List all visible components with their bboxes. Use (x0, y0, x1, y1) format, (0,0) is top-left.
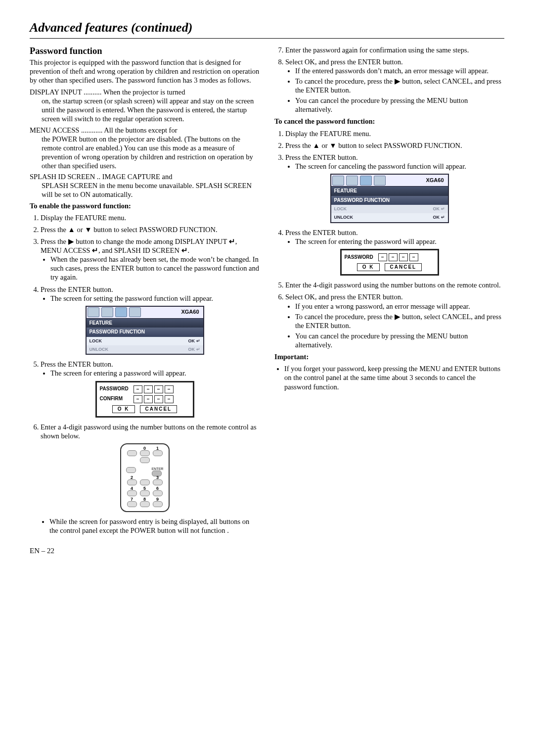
enter-icon (196, 338, 200, 343)
def-display-input-body: on, the startup screen (or splash screen… (30, 96, 260, 123)
enable-step-6-bullet: While the screen for password entry is b… (49, 517, 260, 535)
remote-btn-5: 5 (140, 490, 150, 496)
num-label: 7 (131, 497, 133, 502)
pw-ok-button: O K (357, 263, 380, 272)
arrow-up-icon (313, 142, 320, 149)
osd-tab-icon (332, 176, 344, 186)
osd-unlock-figure: XGA60 FEATURE PASSWORD FUNCTION LOCK OK … (274, 174, 504, 223)
password-confirm-figure: PASSWORD – – – – CONFIRM – – – – (30, 381, 260, 418)
spacer (139, 467, 149, 476)
osd-pwfunc-header: PASSWORD FUNCTION (87, 328, 203, 337)
cancel-step-6-b3: You can cancel the procedure by pressing… (295, 331, 504, 349)
num-label: 2 (131, 475, 133, 480)
remote-btn (127, 450, 137, 456)
enter-icon (229, 237, 235, 245)
cancel-step-6-b2: To cancel the procedure, press the butto… (295, 312, 504, 330)
pw-digit: – (154, 385, 163, 393)
pw-confirm-label: CONFIRM (100, 396, 131, 402)
pw-digit: – (134, 385, 142, 393)
enable-step-5-bullet: The screen for entering a password will … (50, 369, 260, 378)
arrow-right-icon (68, 237, 74, 245)
osd-tab-icon (346, 176, 358, 186)
remote-btn-0: 0 (140, 450, 150, 456)
def-splash-id-term: SPLASH ID SCREEN (30, 173, 95, 181)
txt: To cancel the procedure, press the (295, 77, 395, 85)
def-display-input-term: DISPLAY INPUT (30, 88, 82, 96)
remote-btn-9: 9 (153, 501, 163, 507)
password-function-heading: Password function (30, 46, 260, 57)
left-column: Password function This projector is equi… (30, 46, 260, 537)
osd-lock-row: LOCK OK (331, 205, 448, 213)
enable-step-3-bullet: When the password has already been set, … (50, 255, 260, 282)
pw-cancel-button: CANCEL (385, 263, 422, 272)
remote-btn-4: 4 (127, 490, 137, 496)
osd-ok-label: OK (433, 215, 445, 220)
enable-step-7: Enter the password again for confirmatio… (285, 46, 504, 54)
osd-tab-icon (88, 307, 99, 317)
osd-unlock-row: UNLOCK OK (87, 345, 203, 354)
cancel-step-3: Press the ENTER button. The screen for c… (285, 153, 504, 171)
osd-ok-label: OK (188, 338, 200, 344)
def-menu-access-lead: All the buttons except for (104, 126, 177, 134)
def-splash-id: SPLASH ID SCREEN .. IMAGE CAPTURE and SP… (30, 172, 260, 199)
txt: button to change the mode among DISPLAY … (74, 237, 229, 245)
txt: or (75, 226, 85, 234)
enable-step-1: Display the FEATURE menu. (41, 213, 260, 222)
txt: Press the ENTER button. (41, 360, 113, 368)
enable-step-6: Enter a 4-digit password using the numbe… (41, 423, 260, 440)
pw-digit: – (409, 253, 418, 261)
txt: Press the ENTER button. (285, 229, 358, 236)
cancel-step-3-bullet: The screen for canceling the password fu… (295, 162, 504, 171)
pw-digit: – (165, 385, 174, 393)
cancel-step-2: Press the or button to select PASSWORD F… (285, 141, 504, 150)
num-label: 6 (156, 486, 159, 491)
osd-lock-label: LOCK (89, 338, 102, 344)
osd-feature-header: FEATURE (87, 319, 203, 328)
enable-step-5: Press the ENTER button. The screen for e… (41, 360, 260, 378)
enable-step-4: Press the ENTER button. The screen for s… (41, 285, 260, 303)
def-display-input: DISPLAY INPUT .......... When the projec… (30, 88, 260, 124)
pw-digit: – (399, 253, 408, 261)
osd-resolution-label: XGA60 (426, 177, 447, 184)
right-column: Enter the password again for confirmatio… (274, 46, 504, 537)
txt: Select OK, and press the ENTER button. (285, 58, 403, 66)
cancel-step-6: Select OK, and press the ENTER button. I… (285, 292, 504, 349)
txt: button to select PASSWORD FUNCTION. (92, 226, 218, 234)
cancel-step-5: Enter the 4-digit password using the num… (285, 281, 504, 289)
def-splash-id-lead: IMAGE CAPTURE and (102, 173, 173, 181)
num-label: 4 (131, 486, 133, 491)
txt: Press the ENTER button. (41, 285, 113, 293)
enable-step-3: Press the button to change the mode amon… (41, 237, 260, 282)
arrow-down-icon (85, 226, 91, 234)
osd-lock-figure: XGA60 FEATURE PASSWORD FUNCTION LOCK OK … (30, 306, 260, 355)
cancel-step-1: Display the FEATURE menu. (285, 129, 504, 138)
dots: .. (95, 173, 102, 181)
num-label: 5 (143, 486, 146, 491)
remote-btn-2: 2 (127, 479, 137, 485)
remote-btn-1: 1 (153, 450, 163, 456)
pw-digit: – (144, 385, 153, 393)
osd-ok-label: OK (188, 347, 200, 352)
txt: . (188, 246, 190, 254)
pw-password-label: PASSWORD (100, 386, 131, 392)
txt: or (320, 142, 329, 149)
num-label: 3 (156, 475, 159, 480)
enable-heading: To enable the password function: (30, 201, 260, 210)
osd-pwfunc-header: PASSWORD FUNCTION (331, 196, 448, 205)
pw-password-label: PASSWORD (345, 254, 375, 261)
def-splash-id-body: SPLASH SCREEN in the menu become unavail… (30, 181, 260, 199)
arrow-right-icon (395, 77, 400, 85)
num-label: 1 (156, 446, 159, 451)
cancel-heading: To cancel the password function: (274, 117, 504, 126)
txt: Select OK, and press the ENTER button. (285, 293, 403, 301)
pw-digit: – (389, 253, 398, 261)
pw-digit: – (165, 395, 174, 403)
pw-digit: – (144, 395, 153, 403)
password-entry-figure: PASSWORD – – – – O K CANCEL (274, 249, 504, 276)
osd-tab-icon (101, 307, 113, 317)
enable-step-8-b3: You can cancel the procedure by pressing… (295, 96, 504, 114)
dots: ............ (79, 126, 104, 134)
enter-icon (441, 215, 445, 220)
remote-btn-8: 8 (140, 501, 150, 507)
page-number: EN – 22 (30, 546, 504, 556)
